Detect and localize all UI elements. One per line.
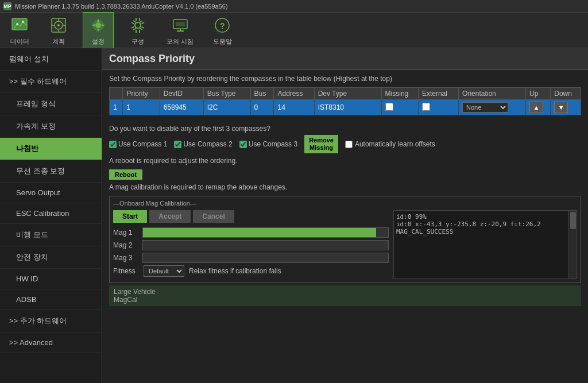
- missing-checkbox[interactable]: [385, 103, 393, 111]
- svg-rect-16: [176, 22, 185, 26]
- mag-cal-notice: A mag calibration is required to remap t…: [109, 183, 581, 191]
- use-compass3-label[interactable]: Use Compass 3: [239, 140, 297, 148]
- svg-point-11: [95, 22, 101, 28]
- toolbar-plan[interactable]: 계획: [44, 13, 74, 48]
- compass-question: Do you want to disable any of the first …: [109, 125, 581, 133]
- col-header-bus: Bus: [250, 88, 274, 100]
- log-scrollbar[interactable]: [568, 211, 577, 278]
- sidebar-item-hwid[interactable]: HW ID: [0, 269, 102, 289]
- col-header-external: External: [418, 88, 458, 100]
- row-orientation[interactable]: None Yaw45 Yaw90: [459, 100, 526, 115]
- use-compass2-text: Use Compass 2: [183, 140, 232, 148]
- help-icon: ?: [212, 15, 233, 36]
- toolbar-simulation[interactable]: 모의 시험: [162, 13, 198, 48]
- reboot-btn-container: Reboot: [109, 167, 581, 180]
- row-devtype: IST8310: [314, 100, 381, 115]
- col-header-priority: Priority: [123, 88, 160, 100]
- use-compass1-label[interactable]: Use Compass 1: [109, 140, 167, 148]
- table-row[interactable]: 1 1 658945 I2C 0 14 IST8310 None: [110, 100, 581, 115]
- svg-text:?: ?: [220, 21, 225, 30]
- svg-point-1: [16, 23, 18, 25]
- log-line-1: id:0 99%: [396, 213, 574, 220]
- sidebar-item-advanced[interactable]: Advanced: [0, 332, 102, 353]
- fitness-row: Fitness Default Relaxed Normal Strict Re…: [113, 265, 389, 277]
- sidebar-item-adsb[interactable]: ADSB: [0, 289, 102, 310]
- up-button[interactable]: ▲: [529, 102, 543, 113]
- mag3-row: Mag 3: [113, 253, 389, 263]
- row-devid: 658945: [160, 100, 203, 115]
- reboot-button[interactable]: Reboot: [109, 169, 142, 180]
- row-priority: 1: [123, 100, 160, 115]
- content-area: Compass Priority Set the Compass Priorit…: [102, 48, 588, 383]
- fitness-label: Fitness: [113, 267, 139, 275]
- use-compass3-checkbox[interactable]: [239, 141, 247, 148]
- plan-icon: [48, 15, 69, 36]
- compass-checkboxes-line: Use Compass 1 Use Compass 2 Use Compass …: [109, 135, 581, 153]
- row-sel: 1: [110, 100, 123, 115]
- toolbar-help[interactable]: ? 도움말: [207, 13, 237, 48]
- use-compass2-checkbox[interactable]: [174, 141, 181, 148]
- log-area: id:0 99% id:0 x:-43,3 y:-235,8 z:-20,9 f…: [393, 210, 577, 279]
- row-bustype: I2C: [203, 100, 250, 115]
- title-text: Mission Planner 1.3.75 build 1.3.7883.26…: [15, 3, 228, 10]
- sidebar-item-safety[interactable]: 안전 장치: [0, 246, 102, 269]
- mag3-label: Mag 3: [113, 254, 139, 262]
- down-button[interactable]: ▼: [554, 102, 568, 113]
- cancel-button[interactable]: Cancel: [193, 210, 234, 223]
- toolbar-data[interactable]: 데이터: [5, 13, 34, 48]
- sidebar-item-firmware[interactable]: 펌웨어 설치: [0, 48, 102, 71]
- use-compass2-label[interactable]: Use Compass 2: [174, 140, 232, 148]
- toolbar-plan-label: 계획: [52, 37, 65, 46]
- orientation-select[interactable]: None Yaw45 Yaw90: [462, 102, 508, 113]
- svg-point-2: [22, 21, 24, 23]
- onboard-cal-title: —Onboard Mag Calibration—: [113, 200, 577, 207]
- cal-left: Start Accept Cancel Mag 1: [113, 210, 389, 277]
- toolbar-config[interactable]: 구성: [123, 13, 153, 48]
- mag1-label: Mag 1: [113, 229, 139, 237]
- app-icon: MP: [3, 2, 11, 10]
- sidebar-item-compass[interactable]: 나침반: [0, 138, 102, 160]
- data-icon: [9, 15, 30, 36]
- mag3-progress-container: [142, 253, 389, 263]
- col-header-sel: [110, 88, 123, 100]
- fitness-select[interactable]: Default Relaxed Normal Strict: [144, 265, 184, 277]
- sidebar-item-flightmode[interactable]: 비행 모드: [0, 224, 102, 246]
- sidebar: 펌웨어 설치 필수 하드웨어 프레임 형식 가속계 보정 나침반 무선 조종 보…: [0, 48, 102, 383]
- row-down[interactable]: ▼: [551, 100, 581, 115]
- row-address: 14: [274, 100, 314, 115]
- auto-learn-label[interactable]: Automatically learn offsets: [345, 140, 435, 148]
- external-checkbox[interactable]: [422, 103, 430, 111]
- onboard-cal-box: —Onboard Mag Calibration— Start Accept C…: [109, 196, 581, 283]
- auto-learn-text: Automatically learn offsets: [355, 140, 435, 148]
- col-header-up: Up: [525, 88, 550, 100]
- sidebar-item-optional[interactable]: 추가 하드웨어: [0, 310, 102, 332]
- row-external[interactable]: [418, 100, 458, 115]
- accept-button[interactable]: Accept: [149, 210, 191, 223]
- use-compass3-text: Use Compass 3: [249, 140, 297, 148]
- compass-table: Priority DevID Bus Type Bus Address Dev …: [109, 87, 581, 115]
- toolbar-help-label: 도움말: [213, 37, 232, 46]
- compass-controls: Do you want to disable any of the first …: [109, 125, 581, 191]
- toolbar-config-label: 구성: [131, 37, 144, 46]
- remove-missing-button[interactable]: RemoveMissing: [304, 135, 338, 153]
- main-layout: 펌웨어 설치 필수 하드웨어 프레임 형식 가속계 보정 나침반 무선 조종 보…: [0, 48, 588, 383]
- mag1-row: Mag 1: [113, 227, 389, 238]
- cal-main-area: Start Accept Cancel Mag 1: [113, 210, 577, 279]
- sidebar-item-radio[interactable]: 무선 조종 보정: [0, 160, 102, 183]
- page-title: Compass Priority: [102, 48, 588, 70]
- toolbar-setup[interactable]: 설정: [83, 12, 114, 49]
- sidebar-item-esc[interactable]: ESC Calibration: [0, 203, 102, 224]
- config-icon: [127, 15, 148, 36]
- bottom-section[interactable]: Large VehicleMagCal: [109, 285, 581, 306]
- sidebar-item-servo[interactable]: Servo Output: [0, 183, 102, 203]
- auto-learn-checkbox[interactable]: [345, 141, 353, 148]
- start-button[interactable]: Start: [113, 210, 147, 223]
- use-compass1-checkbox[interactable]: [109, 141, 117, 148]
- row-bus: 0: [250, 100, 274, 115]
- sidebar-item-accel[interactable]: 가속계 보정: [0, 115, 102, 138]
- row-missing[interactable]: [381, 100, 418, 115]
- sidebar-item-frame[interactable]: 프레임 형식: [0, 93, 102, 115]
- sidebar-item-mandatory[interactable]: 필수 하드웨어: [0, 71, 102, 93]
- svg-point-12: [135, 22, 141, 28]
- row-up[interactable]: ▲: [525, 100, 550, 115]
